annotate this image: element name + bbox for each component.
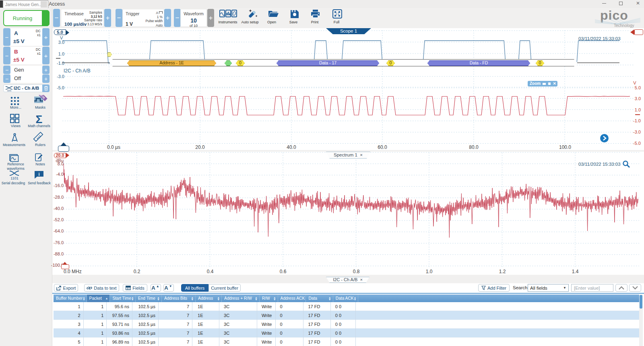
svg-text:1101: 1101 <box>10 176 18 180</box>
svg-text:i: i <box>38 172 39 177</box>
svg-text:1101: 1101 <box>7 89 12 92</box>
